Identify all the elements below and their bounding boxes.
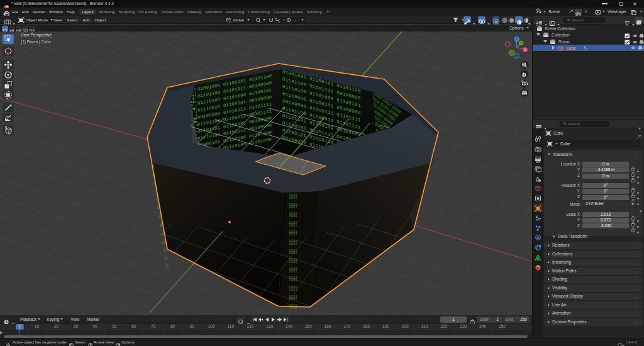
svg-text:01011: 01011: [289, 206, 297, 209]
svg-text:01011: 01011: [289, 288, 297, 291]
svg-text:01011: 01011: [289, 224, 297, 227]
svg-text:01011: 01011: [289, 270, 297, 273]
svg-text:01011: 01011: [289, 242, 297, 245]
svg-text:01011: 01011: [289, 233, 297, 236]
svg-text:01011: 01011: [289, 215, 297, 218]
svg-text:Y: Y: [519, 42, 522, 45]
svg-text:X: X: [524, 48, 526, 52]
svg-text:01011: 01011: [289, 260, 297, 264]
svg-text:01011: 01011: [289, 196, 297, 199]
svg-text:Z: Z: [516, 37, 518, 41]
